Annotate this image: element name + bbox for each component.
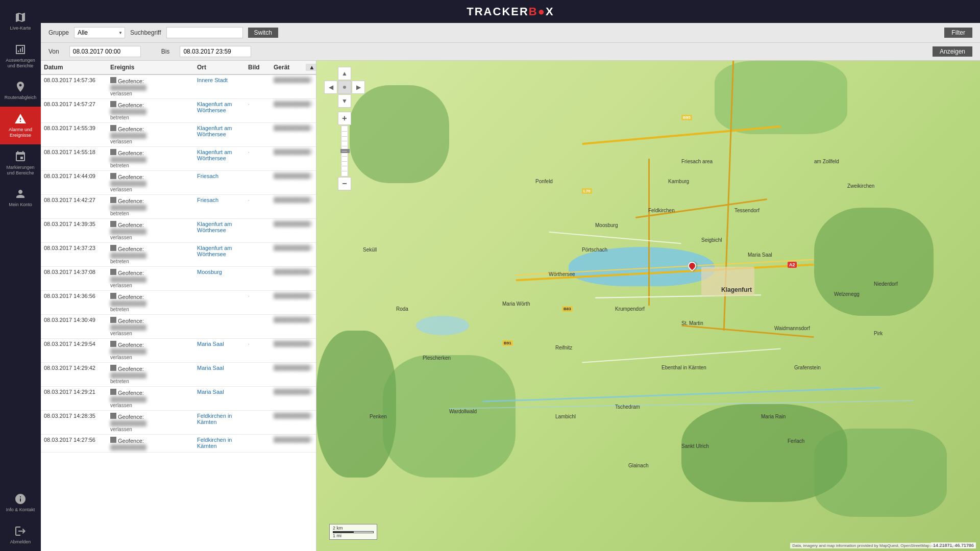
row-location-link-4[interactable]: Friesach [197, 173, 218, 179]
row-location-2[interactable]: Klagenfurt am Wörthersee [197, 125, 248, 137]
geofence-icon-15 [110, 437, 116, 443]
row-location-link-15[interactable]: Feldkirchen in Kärnten [197, 437, 232, 449]
table-row[interactable]: 08.03.2017 14:55:18 Geofence: ██████████… [41, 147, 316, 171]
row-action-14: verlassen [110, 427, 197, 432]
date-bar: Von Bis Anzeigen [41, 43, 980, 61]
table-row[interactable]: 08.03.2017 14:28:35 Geofence: ██████████… [41, 411, 316, 435]
suchbegriff-input[interactable] [166, 27, 243, 38]
row-location-12[interactable]: Maria Saal [197, 365, 248, 371]
row-location-8[interactable]: Moosburg [197, 269, 248, 275]
row-action-3: betreten [110, 163, 197, 168]
row-location-link-3[interactable]: Klagenfurt am Wörthersee [197, 149, 232, 161]
pan-north[interactable]: ▲ [338, 67, 351, 80]
table-row[interactable]: 08.03.2017 14:29:21 Geofence: ██████████… [41, 387, 316, 411]
sidebar-item-alarme[interactable]: Alarme und Ereignisse [0, 107, 41, 144]
row-location-15[interactable]: Feldkirchen in Kärnten [197, 437, 248, 449]
row-location-link-12[interactable]: Maria Saal [197, 365, 224, 371]
row-location-3[interactable]: Klagenfurt am Wörthersee [197, 149, 248, 161]
table-row[interactable]: 08.03.2017 14:29:54 Geofence: ██████████… [41, 339, 316, 363]
scale-km: 2 km [333, 525, 374, 531]
sidebar-item-abmelden[interactable]: Abmelden [0, 519, 41, 551]
table-row[interactable]: 08.03.2017 14:30:49 Geofence: ██████████… [41, 315, 316, 339]
row-event-text-6: Geofence: [118, 222, 144, 228]
row-location-link-2[interactable]: Klagenfurt am Wörthersee [197, 125, 232, 137]
tick-5 [342, 151, 347, 152]
forest-2 [715, 61, 847, 134]
row-location-link-11[interactable]: Maria Saal [197, 341, 224, 347]
zoom-out-button[interactable]: − [338, 177, 351, 190]
row-event-text-2: Geofence: [118, 126, 144, 132]
table-row[interactable]: 08.03.2017 14:37:08 Geofence: ██████████… [41, 267, 316, 291]
row-location-11[interactable]: Maria Saal [197, 341, 248, 347]
table-row[interactable]: 08.03.2017 14:42:27 Geofence: ██████████… [41, 195, 316, 219]
row-bild-3: · [248, 149, 274, 155]
von-label: Von [48, 48, 59, 55]
row-location-4[interactable]: Friesach [197, 173, 248, 179]
pan-south[interactable]: ▼ [338, 94, 351, 108]
sidebar-item-markierungen[interactable]: Markierungen und Bereiche [0, 144, 41, 182]
row-device-7: ██████████ [274, 245, 313, 251]
geofence-icon-12 [110, 365, 116, 371]
scale-bar-white [353, 531, 374, 533]
row-location-link-8[interactable]: Moosburg [197, 269, 222, 275]
row-location-14[interactable]: Feldkirchen in Kärnten [197, 413, 248, 425]
app-logo: TRACKERB●X [467, 5, 554, 18]
pan-east[interactable]: ▶ [352, 81, 365, 94]
map-panel[interactable]: A2 B95 L70 B83 B91 Klagenfurt Wörthersee… [316, 61, 980, 551]
sidebar-item-live-karte[interactable]: Live-Karte [0, 5, 41, 37]
row-location-1[interactable]: Klagenfurt am Wörthersee [197, 101, 248, 113]
table-row[interactable]: 08.03.2017 14:27:56 Geofence: ██████████… [41, 435, 316, 453]
gruppe-select[interactable]: Alle [74, 27, 125, 38]
row-date-6: 08.03.2017 14:39:35 [44, 221, 110, 227]
row-date-12: 08.03.2017 14:29:42 [44, 365, 110, 371]
pan-center [338, 81, 351, 94]
table-row[interactable]: 08.03.2017 14:37:23 Geofence: ██████████… [41, 243, 316, 267]
row-location-link-1[interactable]: Klagenfurt am Wörthersee [197, 101, 232, 113]
table-row[interactable]: 08.03.2017 14:44:09 Geofence: ██████████… [41, 171, 316, 195]
row-date-9: 08.03.2017 14:36:56 [44, 293, 110, 299]
bis-input[interactable] [180, 46, 251, 57]
table-row[interactable]: 08.03.2017 14:29:42 Geofence: ██████████… [41, 363, 316, 387]
table-row[interactable]: 08.03.2017 14:57:27 Geofence: ██████████… [41, 99, 316, 123]
table-row[interactable]: 08.03.2017 14:55:39 Geofence: ██████████… [41, 123, 316, 147]
pan-center-dot [343, 86, 346, 89]
road-label-a2: A2 [788, 262, 797, 268]
row-location-6[interactable]: Klagenfurt am Wörthersee [197, 221, 248, 233]
table-row[interactable]: 08.03.2017 14:57:36 Geofence: ██████████… [41, 75, 316, 99]
switch-button[interactable]: Switch [248, 28, 278, 38]
zoom-in-button[interactable]: + [338, 112, 351, 125]
sidebar-item-info[interactable]: Info & Kontakt [0, 487, 41, 519]
anzeigen-button[interactable]: Anzeigen [933, 46, 972, 57]
row-action-2: verlassen [110, 139, 197, 144]
row-location-link-7[interactable]: Klagenfurt am Wörthersee [197, 245, 232, 257]
row-location-link-5[interactable]: Friesach [197, 197, 218, 203]
tick-8 [342, 166, 347, 166]
row-event-text-5: Geofence: [118, 198, 144, 204]
row-event-text-13: Geofence: [118, 390, 144, 396]
row-location-0[interactable]: Innere Stadt [197, 77, 248, 83]
row-location-link-0[interactable]: Innere Stadt [197, 77, 228, 83]
von-input[interactable] [69, 46, 141, 57]
row-location-link-13[interactable]: Maria Saal [197, 389, 224, 395]
row-action-9: betreten [110, 307, 197, 312]
sidebar-item-routenabgleich[interactable]: Routenabgleich [0, 74, 41, 107]
row-device-0: ██████████ [274, 77, 313, 83]
row-location-7[interactable]: Klagenfurt am Wörthersee [197, 245, 248, 257]
tick-4 [342, 146, 347, 146]
row-location-5[interactable]: Friesach [197, 197, 248, 203]
zoom-controls: + [338, 112, 351, 190]
row-location-link-6[interactable]: Klagenfurt am Wörthersee [197, 221, 232, 233]
row-location-link-14[interactable]: Feldkirchen in Kärnten [197, 413, 232, 425]
pan-west[interactable]: ◀ [324, 81, 337, 94]
table-row[interactable]: 08.03.2017 14:39:35 Geofence: ██████████… [41, 219, 316, 243]
top-header: TRACKERB●X [41, 0, 980, 23]
table-row[interactable]: 08.03.2017 14:36:56 Geofence: ██████████… [41, 291, 316, 315]
sidebar-item-auswertungen[interactable]: Auswertungen und Berichte [0, 37, 41, 75]
geofence-icon-5 [110, 197, 116, 203]
row-device-11: ██████████ [274, 341, 313, 346]
geofence-icon-10 [110, 317, 116, 323]
road-label-l70: L70 [582, 188, 592, 194]
sidebar-item-mein-konto[interactable]: Mein Konto [0, 182, 41, 214]
filter-button[interactable]: Filter [944, 28, 972, 38]
row-location-13[interactable]: Maria Saal [197, 389, 248, 395]
